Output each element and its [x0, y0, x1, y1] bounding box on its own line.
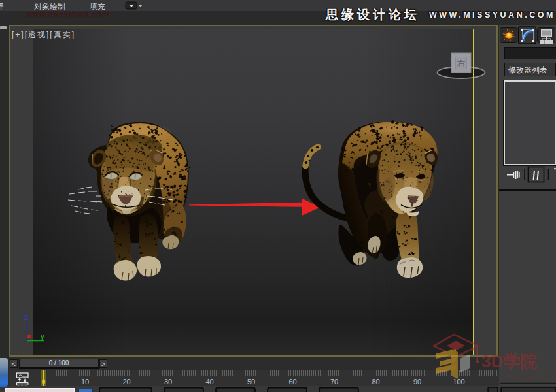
svg-text:右: 右: [457, 59, 466, 69]
svg-text:Z: Z: [24, 314, 28, 321]
svg-text:3D学院: 3D学院: [481, 351, 537, 371]
svg-text:y: y: [41, 333, 44, 340]
svg-text:www.3dxueyuan.com: www.3dxueyuan.com: [504, 374, 555, 380]
